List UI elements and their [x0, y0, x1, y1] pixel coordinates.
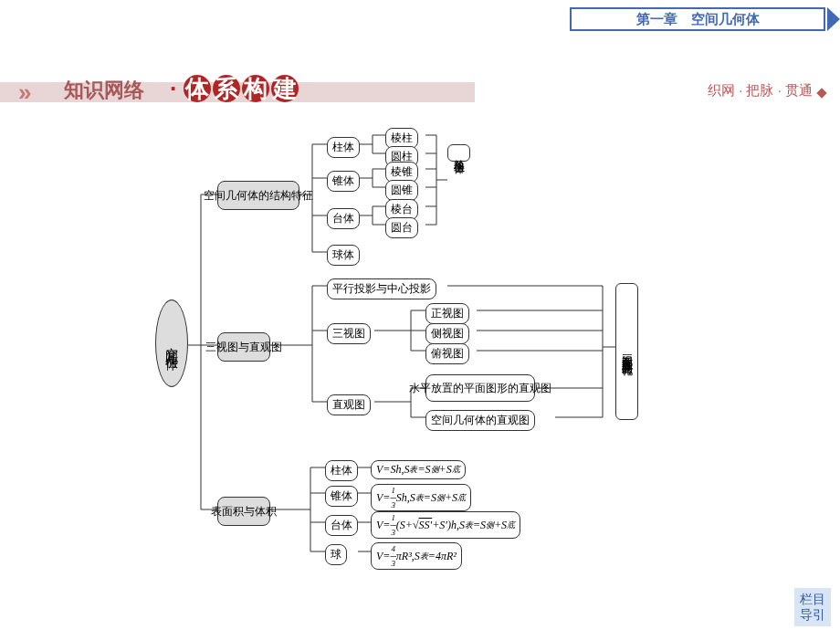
node-zhuti: 柱体 [327, 137, 360, 158]
node-space-zg: 空间几何体的直观图 [425, 410, 535, 431]
formula-zhu: V=Sh, S表=S侧+S底 [371, 460, 466, 479]
node-sv: 表面积与体积 [217, 497, 270, 526]
formula-zhui: V=1─3Sh, S表=S侧+S底 [371, 484, 471, 511]
node-combo: 简单组合体 [447, 144, 470, 162]
node-yuanzhui: 圆锥 [385, 180, 418, 201]
node-qiuti: 球体 [327, 245, 360, 266]
subtitle: 织网 · 把脉 · 贯通 [708, 82, 813, 100]
node-view: 三视图与直观图 [217, 332, 270, 362]
node-yuantai: 圆台 [385, 217, 418, 238]
node-projection: 平行投影与中心投影 [327, 278, 436, 299]
node-zhiguantu: 直观图 [327, 394, 371, 415]
nav-button[interactable]: 栏目 导引 [794, 588, 831, 626]
node-taiti: 台体 [327, 208, 360, 229]
node-ceshi: 侧视图 [425, 323, 469, 344]
node-zhuiti: 锥体 [327, 171, 360, 192]
node-sanshitu: 三视图 [327, 323, 371, 344]
formula-tai: V=1─3(S+√SS′+S′)h, S表=S侧+S底 [371, 511, 520, 539]
node-sv-qiu: 球 [325, 544, 347, 565]
node-structure: 空间几何体的结构特征 [217, 181, 299, 210]
root-node: 空间几何体 [155, 299, 188, 387]
chapter-header: 第一章 空间几何体 [570, 7, 825, 31]
node-transform: 三视图与直观图之间的转化 [615, 283, 638, 420]
node-plane-zg: 水平放置的平面图形的直观图 [425, 374, 535, 402]
node-sv-tai: 台体 [325, 515, 358, 536]
node-zhengshi: 正视图 [425, 303, 469, 324]
chevron-right-icon [827, 7, 840, 31]
formula-qiu: V=4─3πR³, S表=4πR² [371, 542, 462, 570]
node-sv-zhu: 柱体 [325, 460, 358, 481]
node-fushi: 俯视图 [425, 343, 469, 364]
section-title: · 体系构建 [170, 75, 299, 103]
concept-map: 空间几何体 空间几何体的结构特征 三视图与直观图 表面积与体积 柱体 锥体 台体… [155, 128, 813, 584]
node-sv-zhui: 锥体 [325, 486, 358, 507]
chevron-right-icon: » [18, 79, 31, 107]
